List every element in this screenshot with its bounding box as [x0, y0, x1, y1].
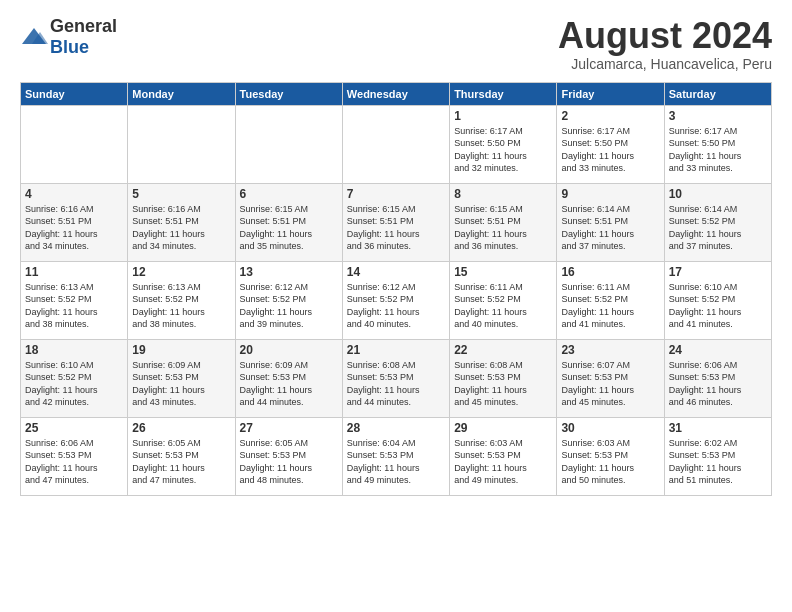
calendar-day: 21Sunrise: 6:08 AMSunset: 5:53 PMDayligh… [342, 339, 449, 417]
day-info: Sunrise: 6:06 AMSunset: 5:53 PMDaylight:… [669, 359, 767, 409]
day-number: 4 [25, 187, 123, 201]
calendar-day: 26Sunrise: 6:05 AMSunset: 5:53 PMDayligh… [128, 417, 235, 495]
calendar-day: 24Sunrise: 6:06 AMSunset: 5:53 PMDayligh… [664, 339, 771, 417]
day-number: 27 [240, 421, 338, 435]
day-number: 28 [347, 421, 445, 435]
col-saturday: Saturday [664, 82, 771, 105]
day-info: Sunrise: 6:11 AMSunset: 5:52 PMDaylight:… [561, 281, 659, 331]
calendar-day: 1Sunrise: 6:17 AMSunset: 5:50 PMDaylight… [450, 105, 557, 183]
day-number: 8 [454, 187, 552, 201]
day-number: 5 [132, 187, 230, 201]
day-number: 21 [347, 343, 445, 357]
day-number: 6 [240, 187, 338, 201]
header: General Blue August 2024 Julcamarca, Hua… [20, 16, 772, 72]
calendar-day: 5Sunrise: 6:16 AMSunset: 5:51 PMDaylight… [128, 183, 235, 261]
day-number: 29 [454, 421, 552, 435]
day-info: Sunrise: 6:12 AMSunset: 5:52 PMDaylight:… [347, 281, 445, 331]
day-number: 13 [240, 265, 338, 279]
day-number: 26 [132, 421, 230, 435]
calendar-day: 2Sunrise: 6:17 AMSunset: 5:50 PMDaylight… [557, 105, 664, 183]
logo-text: General Blue [50, 16, 117, 58]
calendar-day [21, 105, 128, 183]
day-info: Sunrise: 6:10 AMSunset: 5:52 PMDaylight:… [669, 281, 767, 331]
day-info: Sunrise: 6:06 AMSunset: 5:53 PMDaylight:… [25, 437, 123, 487]
calendar-day: 11Sunrise: 6:13 AMSunset: 5:52 PMDayligh… [21, 261, 128, 339]
col-thursday: Thursday [450, 82, 557, 105]
day-info: Sunrise: 6:16 AMSunset: 5:51 PMDaylight:… [25, 203, 123, 253]
calendar-day [235, 105, 342, 183]
calendar-day: 14Sunrise: 6:12 AMSunset: 5:52 PMDayligh… [342, 261, 449, 339]
col-tuesday: Tuesday [235, 82, 342, 105]
calendar-day: 22Sunrise: 6:08 AMSunset: 5:53 PMDayligh… [450, 339, 557, 417]
location-subtitle: Julcamarca, Huancavelica, Peru [558, 56, 772, 72]
calendar-day [128, 105, 235, 183]
day-info: Sunrise: 6:12 AMSunset: 5:52 PMDaylight:… [240, 281, 338, 331]
day-info: Sunrise: 6:03 AMSunset: 5:53 PMDaylight:… [561, 437, 659, 487]
day-info: Sunrise: 6:13 AMSunset: 5:52 PMDaylight:… [25, 281, 123, 331]
calendar-week-1: 1Sunrise: 6:17 AMSunset: 5:50 PMDaylight… [21, 105, 772, 183]
calendar-day: 23Sunrise: 6:07 AMSunset: 5:53 PMDayligh… [557, 339, 664, 417]
day-info: Sunrise: 6:05 AMSunset: 5:53 PMDaylight:… [240, 437, 338, 487]
day-info: Sunrise: 6:04 AMSunset: 5:53 PMDaylight:… [347, 437, 445, 487]
calendar-day: 12Sunrise: 6:13 AMSunset: 5:52 PMDayligh… [128, 261, 235, 339]
day-number: 1 [454, 109, 552, 123]
calendar-week-2: 4Sunrise: 6:16 AMSunset: 5:51 PMDaylight… [21, 183, 772, 261]
day-number: 10 [669, 187, 767, 201]
calendar-day: 6Sunrise: 6:15 AMSunset: 5:51 PMDaylight… [235, 183, 342, 261]
day-info: Sunrise: 6:17 AMSunset: 5:50 PMDaylight:… [561, 125, 659, 175]
day-number: 18 [25, 343, 123, 357]
day-info: Sunrise: 6:07 AMSunset: 5:53 PMDaylight:… [561, 359, 659, 409]
col-wednesday: Wednesday [342, 82, 449, 105]
day-info: Sunrise: 6:15 AMSunset: 5:51 PMDaylight:… [240, 203, 338, 253]
col-sunday: Sunday [21, 82, 128, 105]
calendar-week-4: 18Sunrise: 6:10 AMSunset: 5:52 PMDayligh… [21, 339, 772, 417]
calendar-day: 20Sunrise: 6:09 AMSunset: 5:53 PMDayligh… [235, 339, 342, 417]
calendar-day: 30Sunrise: 6:03 AMSunset: 5:53 PMDayligh… [557, 417, 664, 495]
day-info: Sunrise: 6:11 AMSunset: 5:52 PMDaylight:… [454, 281, 552, 331]
calendar-week-3: 11Sunrise: 6:13 AMSunset: 5:52 PMDayligh… [21, 261, 772, 339]
calendar-day: 3Sunrise: 6:17 AMSunset: 5:50 PMDaylight… [664, 105, 771, 183]
day-info: Sunrise: 6:15 AMSunset: 5:51 PMDaylight:… [454, 203, 552, 253]
page: General Blue August 2024 Julcamarca, Hua… [0, 0, 792, 506]
calendar-day: 18Sunrise: 6:10 AMSunset: 5:52 PMDayligh… [21, 339, 128, 417]
calendar-day: 10Sunrise: 6:14 AMSunset: 5:52 PMDayligh… [664, 183, 771, 261]
day-number: 14 [347, 265, 445, 279]
day-info: Sunrise: 6:10 AMSunset: 5:52 PMDaylight:… [25, 359, 123, 409]
logo: General Blue [20, 16, 117, 58]
day-info: Sunrise: 6:03 AMSunset: 5:53 PMDaylight:… [454, 437, 552, 487]
calendar-day: 8Sunrise: 6:15 AMSunset: 5:51 PMDaylight… [450, 183, 557, 261]
day-info: Sunrise: 6:09 AMSunset: 5:53 PMDaylight:… [240, 359, 338, 409]
calendar-day: 15Sunrise: 6:11 AMSunset: 5:52 PMDayligh… [450, 261, 557, 339]
day-number: 11 [25, 265, 123, 279]
day-number: 15 [454, 265, 552, 279]
day-info: Sunrise: 6:17 AMSunset: 5:50 PMDaylight:… [454, 125, 552, 175]
logo-general: General [50, 16, 117, 36]
day-info: Sunrise: 6:14 AMSunset: 5:51 PMDaylight:… [561, 203, 659, 253]
calendar-day: 28Sunrise: 6:04 AMSunset: 5:53 PMDayligh… [342, 417, 449, 495]
calendar-day [342, 105, 449, 183]
day-info: Sunrise: 6:16 AMSunset: 5:51 PMDaylight:… [132, 203, 230, 253]
calendar-day: 17Sunrise: 6:10 AMSunset: 5:52 PMDayligh… [664, 261, 771, 339]
day-info: Sunrise: 6:08 AMSunset: 5:53 PMDaylight:… [347, 359, 445, 409]
logo-blue: Blue [50, 37, 89, 57]
title-block: August 2024 Julcamarca, Huancavelica, Pe… [558, 16, 772, 72]
day-number: 25 [25, 421, 123, 435]
calendar-day: 27Sunrise: 6:05 AMSunset: 5:53 PMDayligh… [235, 417, 342, 495]
calendar-day: 9Sunrise: 6:14 AMSunset: 5:51 PMDaylight… [557, 183, 664, 261]
day-number: 30 [561, 421, 659, 435]
day-info: Sunrise: 6:17 AMSunset: 5:50 PMDaylight:… [669, 125, 767, 175]
col-friday: Friday [557, 82, 664, 105]
calendar-day: 16Sunrise: 6:11 AMSunset: 5:52 PMDayligh… [557, 261, 664, 339]
calendar-day: 31Sunrise: 6:02 AMSunset: 5:53 PMDayligh… [664, 417, 771, 495]
day-number: 31 [669, 421, 767, 435]
calendar-day: 19Sunrise: 6:09 AMSunset: 5:53 PMDayligh… [128, 339, 235, 417]
calendar-day: 25Sunrise: 6:06 AMSunset: 5:53 PMDayligh… [21, 417, 128, 495]
day-number: 7 [347, 187, 445, 201]
calendar-week-5: 25Sunrise: 6:06 AMSunset: 5:53 PMDayligh… [21, 417, 772, 495]
calendar-body: 1Sunrise: 6:17 AMSunset: 5:50 PMDaylight… [21, 105, 772, 495]
day-number: 12 [132, 265, 230, 279]
day-number: 24 [669, 343, 767, 357]
logo-icon [20, 26, 48, 48]
calendar-day: 29Sunrise: 6:03 AMSunset: 5:53 PMDayligh… [450, 417, 557, 495]
day-number: 2 [561, 109, 659, 123]
